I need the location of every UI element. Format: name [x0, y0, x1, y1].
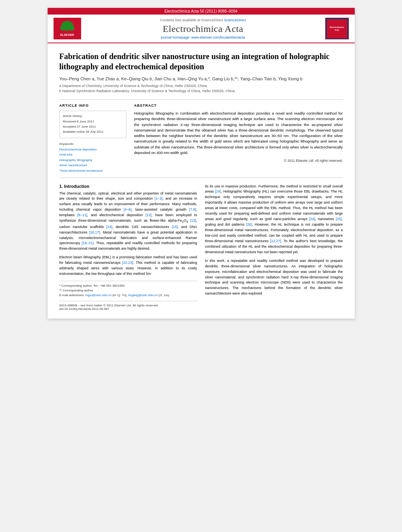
received-date: Received 8 June 2011 — [63, 119, 123, 124]
elsevier-logo: ELSEVIER — [54, 18, 81, 39]
body-section: 1. Introduction The chemical, catalytic,… — [59, 184, 343, 311]
ref-24: [24] — [215, 189, 221, 193]
article-history-box: Article history: Received 8 June 2011 Ac… — [59, 111, 126, 138]
abstract-heading: ABSTRACT — [134, 104, 343, 108]
footnote-emails: E-mail addresses: hqyu@ustc.edu.cn (H.-Q… — [59, 293, 197, 298]
journal-citation-bar: Electrochimica Acta 56 (2011) 9088–9094 — [48, 8, 355, 15]
authors: You–Peng Chen a, Yue Zhao a, Ke–Qiang Qi… — [59, 76, 343, 81]
keywords-section: Keywords: Electrochemical deposition Gol… — [59, 142, 126, 174]
affiliation-a: a Department of Chemistry, University of… — [59, 83, 343, 89]
article-title: Fabrication of dendritic silver nanostru… — [59, 51, 343, 72]
article-page: Electrochimica Acta 56 (2011) 9088–9094 … — [48, 8, 355, 319]
ref-1-3: [1–3] — [155, 196, 163, 200]
article-info-col: ARTICLE INFO Article history: Received 8… — [59, 104, 126, 173]
ref-7-8: [7,8] — [189, 208, 196, 211]
section1-heading: 1. Introduction — [59, 184, 197, 189]
journal-homepage: journal homepage: www.elsevier.com/locat… — [81, 35, 325, 39]
ref-25: [25] — [336, 217, 342, 221]
ref-15: [15] — [172, 225, 178, 229]
svg-point-3 — [68, 25, 74, 31]
section1-right-paragraph1: its its use in massive production. Furth… — [205, 184, 343, 255]
homepage-url[interactable]: www.elsevier.com/locate/electacta — [191, 35, 245, 39]
bottom-info: 0013-4686/$ – see front matter © 2011 El… — [59, 301, 197, 311]
section1-paragraph1: The chemical, catalytic, optical, electr… — [59, 191, 197, 252]
ref-22-23: [22,23] — [122, 261, 133, 265]
history-label: Article history: — [63, 114, 123, 118]
ref-12: [12] — [146, 213, 152, 217]
keyword-2: Gold wire — [59, 152, 126, 158]
keywords-label: Keywords: — [59, 142, 126, 146]
accepted-date: Accepted 27 June 2011 — [63, 124, 123, 130]
available-date: Available online 28 July 2011 — [63, 130, 123, 135]
body-left-col: 1. Introduction The chemical, catalytic,… — [59, 184, 197, 311]
journal-title: Electrochimica Acta — [81, 24, 325, 34]
section1-right-paragraph2: In this work, a repeatable and readily c… — [205, 258, 343, 297]
abstract-col: ABSTRACT Holographic lithography in comb… — [134, 104, 343, 173]
info-abstract-row: ARTICLE INFO Article history: Received 8… — [59, 104, 343, 173]
section1-number: 1. — [59, 184, 63, 189]
journal-logo-inner: ElectrochimicaActa — [327, 19, 347, 38]
footnote-1: * Corresponding author. Tel.: +86 551 36… — [59, 284, 197, 288]
divider-2 — [59, 178, 343, 178]
ref-14: [14] — [106, 225, 112, 229]
doi-line: doi:10.1016/j.electacta.2011.06.087 — [59, 307, 197, 311]
keyword-4: Silver nanostructure — [59, 163, 126, 168]
ref-12-27: [12,27] — [270, 239, 281, 243]
issn-line: 0013-4686/$ – see front matter © 2011 El… — [59, 304, 197, 307]
ref-13: [13] — [190, 219, 196, 222]
divider-1 — [59, 99, 343, 100]
svg-point-2 — [60, 25, 67, 31]
section1-title: Introduction — [64, 184, 89, 189]
sciencedirect-link: Contents lists available at ScienceDirec… — [81, 18, 325, 22]
keyword-3: Holographic lithography — [59, 158, 126, 163]
ref-26: [26] — [246, 222, 252, 226]
journal-logo-right: ElectrochimicaActa — [325, 18, 349, 39]
keyword-1: Electrochemical deposition — [59, 147, 126, 152]
journal-logo-label: ElectrochimicaActa — [330, 26, 344, 31]
affiliations: a Department of Chemistry, University of… — [59, 83, 343, 93]
keyword-5: Three-dimensional architecture — [59, 168, 126, 174]
article-dates: Received 8 June 2011 Accepted 27 June 20… — [63, 119, 123, 134]
affiliation-b: b National Synchrotron Radiation Laborat… — [59, 89, 343, 94]
ref-24b: [24] — [309, 217, 315, 221]
ref-9-11: [9–11] — [77, 213, 87, 217]
ref-4-6: [4–6] — [124, 208, 132, 211]
journal-center: Contents lists available at ScienceDirec… — [81, 18, 325, 39]
journal-citation: Electrochimica Acta 56 (2011) 9088–9094 — [165, 9, 238, 13]
email-1[interactable]: hqyu@ustc.edu.cn — [85, 293, 111, 297]
footnote-2: ** Corresponding author. — [59, 288, 197, 293]
section1-paragraph2: Electron beam lithography (EBL) is a pro… — [59, 255, 197, 277]
article-content: Fabrication of dendritic silver nanostru… — [48, 43, 355, 319]
footnotes: * Corresponding author. Tel.: +86 551 36… — [59, 281, 197, 298]
ref-18-21: [18–21] — [82, 241, 94, 245]
email-2[interactable]: liugang@ustc.edu.cn — [128, 293, 158, 297]
copyright: © 2011 Elsevier Ltd. All rights reserved… — [134, 159, 343, 163]
sciencedirect-url[interactable]: ScienceDirect — [224, 18, 246, 22]
article-info-heading: ARTICLE INFO — [59, 104, 126, 108]
body-right-col: its its use in massive production. Furth… — [205, 184, 343, 311]
journal-header: ELSEVIER Contents lists available at Sci… — [48, 15, 355, 43]
elsevier-wordmark: ELSEVIER — [60, 33, 74, 36]
ref-16-17: [16,17] — [89, 230, 100, 234]
abstract-text: Holographic lithography in combination w… — [134, 111, 343, 156]
